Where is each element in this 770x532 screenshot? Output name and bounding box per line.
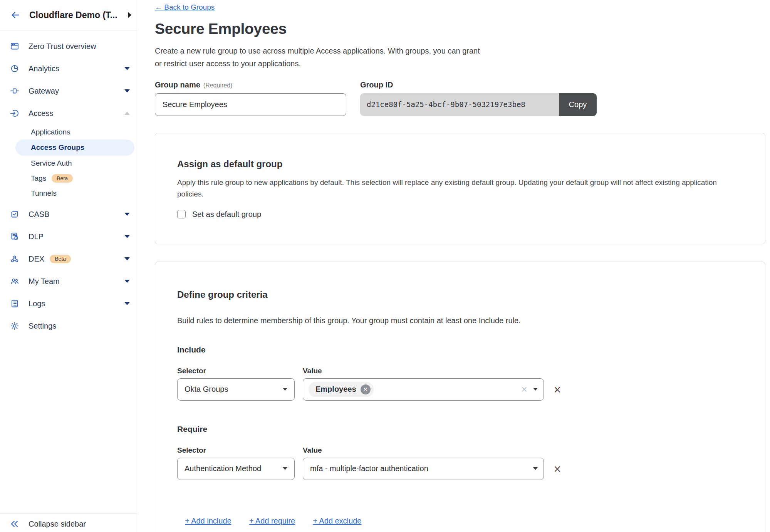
beta-badge: Beta [52, 174, 73, 183]
page-title: Secure Employees [155, 20, 770, 38]
sidebar-item-zero-trust-overview[interactable]: Zero Trust overview [0, 35, 137, 57]
sidebar-item-access[interactable]: Access [0, 102, 137, 124]
sidebar-item-label: DLP [29, 232, 44, 241]
require-selector-dropdown[interactable]: Authentication Method [177, 458, 295, 480]
sidebar-item-casb[interactable]: CASB [0, 203, 137, 225]
group-name-input[interactable] [155, 93, 346, 116]
sidebar-item-label: Applications [31, 128, 70, 136]
sidebar-item-service-auth[interactable]: Service Auth [0, 156, 137, 171]
sidebar-item-analytics[interactable]: Analytics [0, 57, 137, 80]
chevron-up-icon [124, 112, 130, 115]
group-id-label: Group ID [360, 81, 597, 90]
sidebar: Cloudflare Demo (T... Zero Trust overvie… [0, 0, 137, 532]
page-description-line1: Create a new rule group to use across mu… [155, 45, 770, 57]
chevron-down-icon [124, 302, 130, 305]
sidebar-item-dex[interactable]: DEX Beta [0, 248, 137, 270]
access-icon [10, 109, 19, 118]
dex-icon [10, 254, 19, 263]
page-description: Create a new rule group to use across mu… [155, 45, 770, 70]
sidebar-item-label: Tags [31, 174, 46, 183]
group-id-value: d21ce80f-5a25-4bcf-9b07-5032197e3be8 [360, 93, 559, 116]
overview-icon [10, 42, 19, 51]
chevron-down-icon [283, 388, 287, 391]
collapse-sidebar-button[interactable]: Collapse sidebar [0, 513, 137, 529]
remove-require-rule-button[interactable]: × [553, 464, 562, 474]
sidebar-item-my-team[interactable]: My Team [0, 270, 137, 292]
include-value-multiselect[interactable]: Employees ✕ × [303, 378, 544, 401]
required-hint: (Required) [203, 82, 233, 89]
beta-badge: Beta [50, 255, 71, 263]
remove-include-rule-button[interactable]: × [553, 384, 562, 394]
back-arrow-icon[interactable] [10, 10, 21, 20]
clear-values-icon[interactable]: × [521, 384, 527, 395]
sidebar-item-label: Service Auth [31, 159, 72, 168]
sidebar-header: Cloudflare Demo (T... [0, 0, 137, 30]
assign-default-group-description: Apply this rule group to new application… [177, 177, 721, 200]
sidebar-item-settings[interactable]: Settings [0, 315, 137, 337]
gateway-icon [10, 86, 19, 96]
account-name: Cloudflare Demo (T... [29, 10, 128, 20]
chevron-down-icon [124, 235, 130, 238]
analytics-icon [10, 64, 19, 73]
assign-default-group-title: Assign as default group [177, 159, 743, 170]
gear-icon [10, 321, 19, 331]
sidebar-item-label: Tunnels [31, 189, 57, 198]
sidebar-item-logs[interactable]: Logs [0, 292, 137, 315]
add-exclude-link[interactable]: + Add exclude [313, 517, 361, 525]
chevron-down-icon [124, 67, 130, 70]
sidebar-item-tunnels[interactable]: Tunnels [0, 186, 137, 201]
back-to-groups-link[interactable]: ← Back to Groups [155, 3, 215, 12]
require-value-dropdown[interactable]: mfa - multiple-factor authentication [303, 458, 544, 480]
sidebar-nav: Zero Trust overview Analytics Gateway Ac… [0, 30, 137, 337]
sidebar-item-label: Zero Trust overview [29, 42, 96, 51]
sidebar-item-label: Access Groups [31, 143, 84, 152]
sidebar-item-label: My Team [29, 277, 60, 286]
sidebar-item-tags[interactable]: Tags Beta [0, 171, 137, 186]
group-name-label: Group name(Required) [155, 81, 346, 90]
group-name-id-row: Group name(Required) Group ID d21ce80f-5… [155, 81, 770, 116]
include-heading: Include [177, 345, 743, 354]
collapse-sidebar-icon [9, 519, 20, 529]
require-heading: Require [177, 425, 743, 434]
sidebar-item-applications[interactable]: Applications [0, 124, 137, 139]
sidebar-item-label: Gateway [29, 87, 59, 96]
copy-button[interactable]: Copy [559, 93, 597, 116]
define-group-criteria-card: Define group criteria Build rules to det… [155, 262, 765, 532]
include-rule-row: Okta Groups Employees ✕ × × [177, 378, 743, 401]
include-selector-dropdown[interactable]: Okta Groups [177, 378, 295, 401]
require-value: mfa - multiple-factor authentication [310, 464, 428, 473]
sidebar-item-label: Logs [29, 299, 45, 308]
account-expand-icon[interactable] [128, 12, 131, 18]
chevron-down-icon [283, 467, 287, 470]
include-column-labels: Selector Value [177, 367, 743, 375]
sidebar-item-label: Access [29, 109, 53, 118]
sidebar-item-gateway[interactable]: Gateway [0, 80, 137, 102]
sidebar-item-access-groups[interactable]: Access Groups [15, 139, 134, 156]
sidebar-item-dlp[interactable]: DLP [0, 225, 137, 248]
require-rule-row: Authentication Method mfa - multiple-fac… [177, 458, 743, 480]
collapse-sidebar-label: Collapse sidebar [29, 520, 86, 529]
team-icon [10, 277, 19, 286]
casb-icon [10, 210, 19, 219]
chevron-down-icon [124, 257, 130, 260]
group-id-bar: d21ce80f-5a25-4bcf-9b07-5032197e3be8 Cop… [360, 93, 597, 116]
sidebar-item-label: Analytics [29, 64, 59, 73]
selector-label: Selector [177, 446, 295, 455]
include-selector-value: Okta Groups [185, 385, 228, 394]
value-label: Value [303, 367, 322, 375]
add-require-link[interactable]: + Add require [249, 517, 295, 525]
page-description-line2: or restrict user access to your applicat… [155, 57, 770, 70]
chevron-down-icon [533, 388, 538, 391]
chip-remove-icon[interactable]: ✕ [361, 384, 371, 394]
add-include-link[interactable]: + Add include [185, 517, 232, 525]
require-column-labels: Selector Value [177, 446, 743, 455]
chevron-down-icon [533, 467, 538, 470]
dlp-icon [10, 232, 19, 241]
set-default-group-checkbox[interactable] [177, 210, 186, 218]
set-default-group-row[interactable]: Set as default group [177, 210, 743, 219]
main-content: ← Back to Groups Secure Employees Create… [137, 0, 770, 532]
sidebar-item-label: CASB [29, 210, 49, 219]
define-group-criteria-description: Build rules to determine membership of t… [177, 315, 743, 326]
value-chip-label: Employees [315, 385, 356, 394]
sidebar-item-label: Settings [29, 322, 56, 331]
